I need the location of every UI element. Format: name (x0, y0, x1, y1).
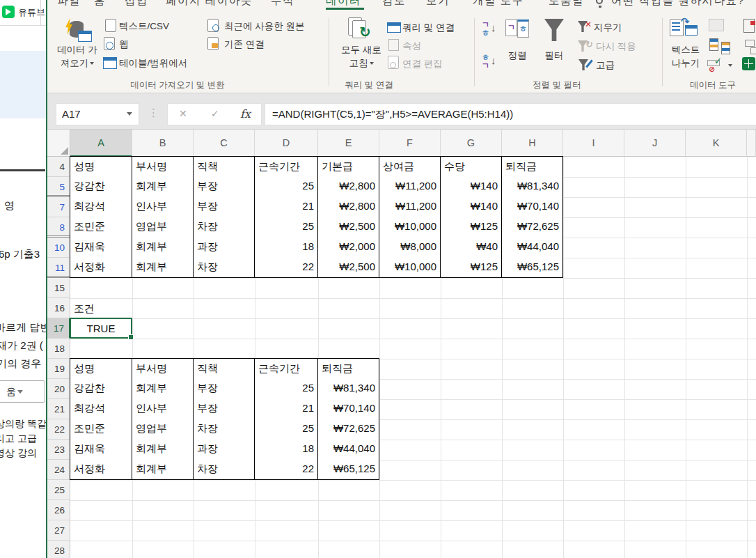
text-csv-button[interactable]: 텍스트/CSV (119, 20, 169, 33)
cancel-icon[interactable]: ✕ (179, 108, 187, 119)
cell-G11[interactable]: ₩125 (440, 257, 502, 278)
cell-G4[interactable]: 수당 (440, 156, 502, 177)
cell-B23[interactable]: 회계부 (132, 439, 194, 460)
formula-bar-splitter[interactable]: ⋮ (148, 107, 159, 119)
cell-D11[interactable]: 22 (254, 257, 318, 278)
name-box-dropdown-icon[interactable] (127, 112, 132, 116)
cell-F4[interactable]: 상여금 (379, 156, 441, 177)
cell-B5[interactable]: 회계부 (132, 176, 194, 197)
cell-A17-selected[interactable]: TRUE (70, 318, 132, 339)
cell-E20[interactable]: ₩81,340 (317, 378, 379, 399)
cell-A24[interactable]: 서정화 (70, 459, 132, 480)
cell-H4[interactable]: 퇴직금 (501, 156, 563, 177)
cell-F7[interactable]: ₩11,200 (379, 196, 441, 217)
row-header-15[interactable]: 15 (47, 278, 70, 298)
cell-C11[interactable]: 차장 (193, 257, 255, 278)
remove-duplicates-icon[interactable] (709, 38, 718, 51)
cell-H11[interactable]: ₩65,125 (501, 257, 563, 278)
sort-button[interactable]: 정렬 (505, 49, 529, 62)
column-header-J[interactable]: J (624, 130, 686, 157)
row-header-10[interactable]: 10 (47, 238, 70, 258)
row-header-16[interactable]: 16 (47, 298, 70, 318)
row-header-18[interactable]: 18 (47, 339, 70, 359)
tab-developer[interactable]: 개발 도구 (473, 0, 524, 8)
cell-A19[interactable]: 성명 (70, 358, 132, 379)
column-header-K[interactable]: K (686, 130, 747, 157)
tab-review[interactable]: 검토 (382, 0, 406, 8)
background-dropdown[interactable]: 움 (0, 380, 45, 403)
cell-B22[interactable]: 영업부 (132, 419, 194, 440)
cell-B24[interactable]: 회계부 (132, 459, 194, 480)
cell-C23[interactable]: 과장 (193, 439, 255, 460)
row-header-4[interactable]: 4 (47, 157, 70, 177)
cell-C21[interactable]: 부장 (193, 398, 255, 419)
row-header-7[interactable]: 7 (47, 197, 70, 217)
cell-H5[interactable]: ₩81,340 (501, 176, 563, 197)
cell-H8[interactable]: ₩72,625 (501, 217, 563, 238)
cell-F5[interactable]: ₩11,200 (379, 176, 441, 197)
cell-D8[interactable]: 25 (254, 217, 318, 238)
column-header-G[interactable]: G (441, 130, 502, 157)
sort-descending-icon[interactable]: ㅎ ㄱ ↓ (482, 54, 503, 75)
tab-insert[interactable]: 삽입 (125, 0, 148, 8)
cell-B4[interactable]: 부서명 (132, 156, 194, 177)
row-header-23[interactable]: 23 (47, 440, 70, 460)
cell-D19[interactable]: 근속기간 (254, 358, 318, 379)
cell-E19[interactable]: 퇴직금 (317, 358, 379, 379)
cell-C10[interactable]: 과장 (193, 237, 255, 258)
row-header-24[interactable]: 24 (47, 460, 70, 480)
column-header-D[interactable]: D (255, 130, 318, 157)
cell-D4[interactable]: 근속기간 (254, 156, 318, 177)
row-header-27[interactable]: 27 (47, 520, 70, 541)
cell-A20[interactable]: 강감찬 (70, 378, 132, 399)
row-header-22[interactable]: 22 (47, 419, 70, 440)
cell-E10[interactable]: ₩2,000 (317, 237, 379, 258)
column-header-E[interactable]: E (318, 130, 379, 157)
cell-E21[interactable]: ₩70,140 (317, 398, 379, 419)
row-header-25[interactable]: 25 (47, 480, 70, 500)
manage-data-model-icon[interactable] (742, 57, 755, 70)
cell-A16[interactable]: 조건 (70, 298, 132, 318)
cell-E23[interactable]: ₩44,040 (317, 439, 379, 460)
tab-home[interactable]: 홈 (94, 0, 106, 8)
insert-function-icon[interactable]: fx (240, 107, 251, 121)
cell-H10[interactable]: ₩44,040 (501, 237, 563, 258)
cell-E8[interactable]: ₩2,500 (317, 217, 379, 238)
cell-E5[interactable]: ₩2,800 (317, 176, 379, 197)
cell-C24[interactable]: 차장 (193, 459, 255, 480)
cell-A21[interactable]: 최강석 (70, 398, 132, 419)
get-data-button[interactable]: 데이터 가 져오기 (52, 43, 103, 70)
row-header-17[interactable]: 17 (47, 318, 70, 339)
cell-D21[interactable]: 21 (254, 398, 318, 419)
cell-B10[interactable]: 회계부 (132, 237, 194, 258)
cell-G7[interactable]: ₩140 (440, 196, 502, 217)
from-table-range-button[interactable]: 테이블/범위에서 (119, 57, 187, 70)
flash-fill-icon[interactable] (709, 19, 724, 31)
queries-connections-button[interactable]: 쿼리 및 연결 (402, 22, 455, 34)
row-header-11[interactable]: 11 (47, 258, 70, 278)
tab-page-layout[interactable]: 페이지 레이아웃 (166, 0, 253, 8)
relationships-icon[interactable] (745, 40, 755, 47)
cell-C22[interactable]: 차장 (193, 419, 255, 440)
cell-F11[interactable]: ₩10,000 (379, 257, 441, 278)
cell-G5[interactable]: ₩140 (440, 176, 502, 197)
clear-button[interactable]: 지우기 (594, 22, 622, 34)
cell-D10[interactable]: 18 (254, 237, 318, 258)
cell-B7[interactable]: 인사부 (132, 196, 194, 217)
cell-B20[interactable]: 회계부 (132, 378, 194, 399)
cell-F8[interactable]: ₩10,000 (379, 217, 441, 238)
cell-C5[interactable]: 부장 (193, 176, 255, 197)
cell-C19[interactable]: 직책 (193, 358, 255, 379)
sort-ascending-icon[interactable]: ㄱ ㅎ ↓ (482, 21, 503, 42)
cell-A5[interactable]: 강감찬 (70, 176, 132, 197)
edit-links-button[interactable]: 연결 편집 (402, 58, 443, 70)
tab-view[interactable]: 보기 (426, 0, 450, 8)
cell-D7[interactable]: 21 (254, 196, 318, 217)
cell-A10[interactable]: 김재욱 (70, 237, 132, 258)
reapply-button[interactable]: 다시 적용 (596, 40, 636, 53)
advanced-button[interactable]: 고급 (596, 59, 615, 72)
tab-formulas[interactable]: 수식 (271, 0, 294, 8)
row-header-8[interactable]: 8 (47, 217, 70, 238)
row-header-28[interactable]: 28 (47, 541, 70, 558)
cell-B21[interactable]: 인사부 (132, 398, 194, 419)
